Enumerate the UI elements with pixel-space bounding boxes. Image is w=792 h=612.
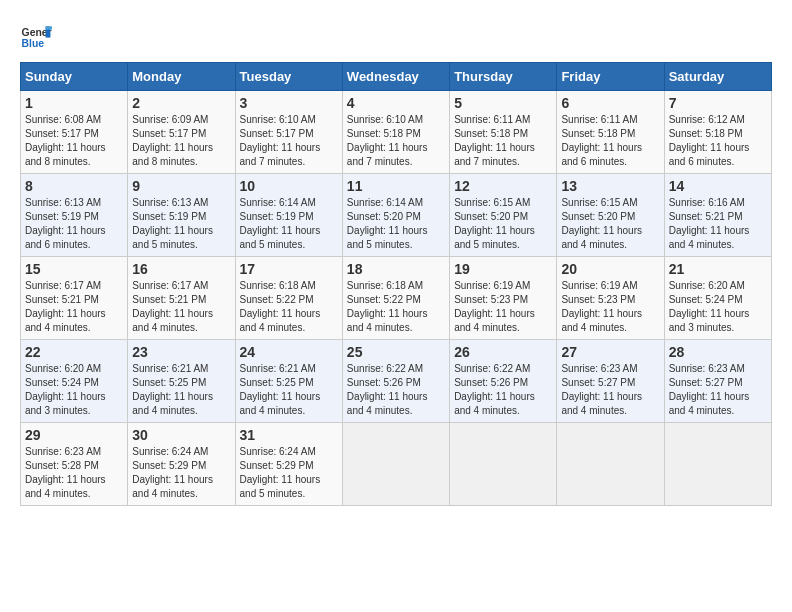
day-info: Sunrise: 6:15 AM Sunset: 5:20 PM Dayligh…	[561, 196, 659, 252]
calendar-cell: 9Sunrise: 6:13 AM Sunset: 5:19 PM Daylig…	[128, 174, 235, 257]
day-info: Sunrise: 6:22 AM Sunset: 5:26 PM Dayligh…	[347, 362, 445, 418]
day-number: 11	[347, 178, 445, 194]
day-info: Sunrise: 6:13 AM Sunset: 5:19 PM Dayligh…	[132, 196, 230, 252]
day-info: Sunrise: 6:09 AM Sunset: 5:17 PM Dayligh…	[132, 113, 230, 169]
calendar-week-row: 22Sunrise: 6:20 AM Sunset: 5:24 PM Dayli…	[21, 340, 772, 423]
calendar-cell: 3Sunrise: 6:10 AM Sunset: 5:17 PM Daylig…	[235, 91, 342, 174]
calendar-cell: 6Sunrise: 6:11 AM Sunset: 5:18 PM Daylig…	[557, 91, 664, 174]
calendar-cell: 27Sunrise: 6:23 AM Sunset: 5:27 PM Dayli…	[557, 340, 664, 423]
day-number: 13	[561, 178, 659, 194]
calendar-cell	[450, 423, 557, 506]
calendar-cell	[342, 423, 449, 506]
calendar-cell: 25Sunrise: 6:22 AM Sunset: 5:26 PM Dayli…	[342, 340, 449, 423]
day-number: 25	[347, 344, 445, 360]
day-number: 9	[132, 178, 230, 194]
calendar-cell: 19Sunrise: 6:19 AM Sunset: 5:23 PM Dayli…	[450, 257, 557, 340]
day-number: 12	[454, 178, 552, 194]
day-info: Sunrise: 6:19 AM Sunset: 5:23 PM Dayligh…	[561, 279, 659, 335]
calendar-table: SundayMondayTuesdayWednesdayThursdayFrid…	[20, 62, 772, 506]
calendar-body: 1Sunrise: 6:08 AM Sunset: 5:17 PM Daylig…	[21, 91, 772, 506]
day-info: Sunrise: 6:10 AM Sunset: 5:18 PM Dayligh…	[347, 113, 445, 169]
calendar-cell: 22Sunrise: 6:20 AM Sunset: 5:24 PM Dayli…	[21, 340, 128, 423]
calendar-cell: 14Sunrise: 6:16 AM Sunset: 5:21 PM Dayli…	[664, 174, 771, 257]
day-info: Sunrise: 6:20 AM Sunset: 5:24 PM Dayligh…	[669, 279, 767, 335]
day-info: Sunrise: 6:24 AM Sunset: 5:29 PM Dayligh…	[132, 445, 230, 501]
day-info: Sunrise: 6:24 AM Sunset: 5:29 PM Dayligh…	[240, 445, 338, 501]
logo-icon: General Blue	[20, 20, 52, 52]
column-header-sunday: Sunday	[21, 63, 128, 91]
day-info: Sunrise: 6:23 AM Sunset: 5:28 PM Dayligh…	[25, 445, 123, 501]
day-number: 24	[240, 344, 338, 360]
calendar-cell: 4Sunrise: 6:10 AM Sunset: 5:18 PM Daylig…	[342, 91, 449, 174]
day-info: Sunrise: 6:21 AM Sunset: 5:25 PM Dayligh…	[132, 362, 230, 418]
calendar-cell: 1Sunrise: 6:08 AM Sunset: 5:17 PM Daylig…	[21, 91, 128, 174]
day-number: 28	[669, 344, 767, 360]
column-header-thursday: Thursday	[450, 63, 557, 91]
day-number: 7	[669, 95, 767, 111]
day-info: Sunrise: 6:23 AM Sunset: 5:27 PM Dayligh…	[561, 362, 659, 418]
day-number: 22	[25, 344, 123, 360]
calendar-week-row: 29Sunrise: 6:23 AM Sunset: 5:28 PM Dayli…	[21, 423, 772, 506]
calendar-cell	[557, 423, 664, 506]
calendar-cell: 29Sunrise: 6:23 AM Sunset: 5:28 PM Dayli…	[21, 423, 128, 506]
day-info: Sunrise: 6:22 AM Sunset: 5:26 PM Dayligh…	[454, 362, 552, 418]
day-number: 26	[454, 344, 552, 360]
day-info: Sunrise: 6:23 AM Sunset: 5:27 PM Dayligh…	[669, 362, 767, 418]
column-header-saturday: Saturday	[664, 63, 771, 91]
day-number: 27	[561, 344, 659, 360]
day-info: Sunrise: 6:08 AM Sunset: 5:17 PM Dayligh…	[25, 113, 123, 169]
day-number: 19	[454, 261, 552, 277]
svg-text:Blue: Blue	[22, 38, 45, 49]
calendar-cell: 2Sunrise: 6:09 AM Sunset: 5:17 PM Daylig…	[128, 91, 235, 174]
day-number: 20	[561, 261, 659, 277]
day-number: 10	[240, 178, 338, 194]
calendar-cell: 18Sunrise: 6:18 AM Sunset: 5:22 PM Dayli…	[342, 257, 449, 340]
day-info: Sunrise: 6:19 AM Sunset: 5:23 PM Dayligh…	[454, 279, 552, 335]
day-number: 6	[561, 95, 659, 111]
day-number: 3	[240, 95, 338, 111]
calendar-cell: 21Sunrise: 6:20 AM Sunset: 5:24 PM Dayli…	[664, 257, 771, 340]
calendar-cell: 24Sunrise: 6:21 AM Sunset: 5:25 PM Dayli…	[235, 340, 342, 423]
calendar-cell: 23Sunrise: 6:21 AM Sunset: 5:25 PM Dayli…	[128, 340, 235, 423]
day-info: Sunrise: 6:11 AM Sunset: 5:18 PM Dayligh…	[561, 113, 659, 169]
calendar-cell: 30Sunrise: 6:24 AM Sunset: 5:29 PM Dayli…	[128, 423, 235, 506]
day-info: Sunrise: 6:14 AM Sunset: 5:20 PM Dayligh…	[347, 196, 445, 252]
day-number: 4	[347, 95, 445, 111]
day-info: Sunrise: 6:18 AM Sunset: 5:22 PM Dayligh…	[347, 279, 445, 335]
day-info: Sunrise: 6:15 AM Sunset: 5:20 PM Dayligh…	[454, 196, 552, 252]
day-info: Sunrise: 6:14 AM Sunset: 5:19 PM Dayligh…	[240, 196, 338, 252]
day-number: 14	[669, 178, 767, 194]
column-header-tuesday: Tuesday	[235, 63, 342, 91]
calendar-week-row: 8Sunrise: 6:13 AM Sunset: 5:19 PM Daylig…	[21, 174, 772, 257]
day-info: Sunrise: 6:10 AM Sunset: 5:17 PM Dayligh…	[240, 113, 338, 169]
day-number: 1	[25, 95, 123, 111]
day-number: 5	[454, 95, 552, 111]
calendar-header-row: SundayMondayTuesdayWednesdayThursdayFrid…	[21, 63, 772, 91]
calendar-cell: 31Sunrise: 6:24 AM Sunset: 5:29 PM Dayli…	[235, 423, 342, 506]
day-info: Sunrise: 6:20 AM Sunset: 5:24 PM Dayligh…	[25, 362, 123, 418]
calendar-cell: 26Sunrise: 6:22 AM Sunset: 5:26 PM Dayli…	[450, 340, 557, 423]
column-header-friday: Friday	[557, 63, 664, 91]
calendar-cell: 5Sunrise: 6:11 AM Sunset: 5:18 PM Daylig…	[450, 91, 557, 174]
day-number: 8	[25, 178, 123, 194]
logo: General Blue	[20, 20, 56, 52]
day-info: Sunrise: 6:18 AM Sunset: 5:22 PM Dayligh…	[240, 279, 338, 335]
svg-marker-3	[46, 26, 52, 29]
calendar-cell: 17Sunrise: 6:18 AM Sunset: 5:22 PM Dayli…	[235, 257, 342, 340]
calendar-cell: 7Sunrise: 6:12 AM Sunset: 5:18 PM Daylig…	[664, 91, 771, 174]
day-number: 17	[240, 261, 338, 277]
page-header: General Blue	[20, 20, 772, 52]
day-info: Sunrise: 6:11 AM Sunset: 5:18 PM Dayligh…	[454, 113, 552, 169]
calendar-cell: 15Sunrise: 6:17 AM Sunset: 5:21 PM Dayli…	[21, 257, 128, 340]
column-header-wednesday: Wednesday	[342, 63, 449, 91]
day-number: 16	[132, 261, 230, 277]
calendar-cell: 13Sunrise: 6:15 AM Sunset: 5:20 PM Dayli…	[557, 174, 664, 257]
calendar-cell: 8Sunrise: 6:13 AM Sunset: 5:19 PM Daylig…	[21, 174, 128, 257]
day-number: 18	[347, 261, 445, 277]
calendar-cell: 11Sunrise: 6:14 AM Sunset: 5:20 PM Dayli…	[342, 174, 449, 257]
day-number: 23	[132, 344, 230, 360]
day-number: 31	[240, 427, 338, 443]
calendar-week-row: 15Sunrise: 6:17 AM Sunset: 5:21 PM Dayli…	[21, 257, 772, 340]
column-header-monday: Monday	[128, 63, 235, 91]
day-number: 2	[132, 95, 230, 111]
